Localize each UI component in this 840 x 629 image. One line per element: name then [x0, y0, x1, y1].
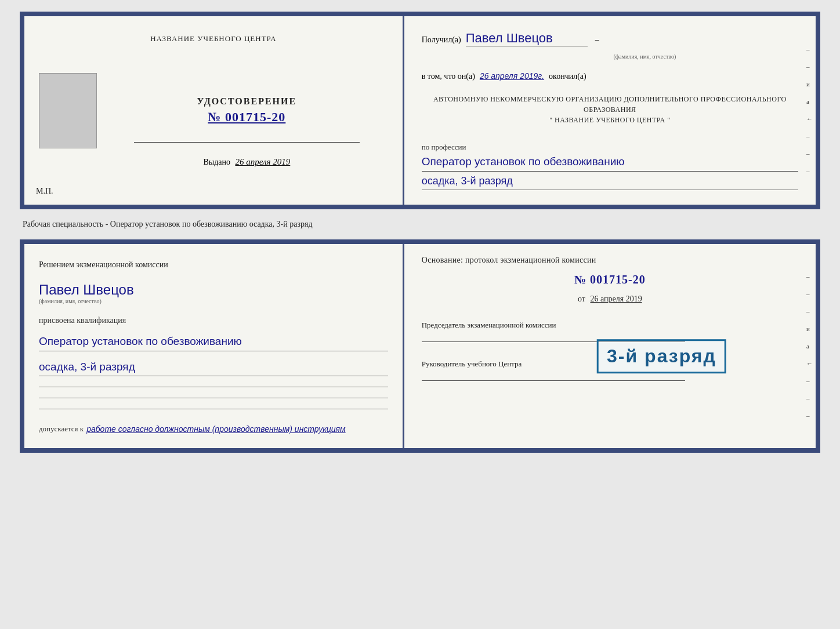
separator-text: Рабочая специальность - Оператор установ… [20, 220, 820, 229]
cert-label: УДОСТОВЕРЕНИЕ [197, 96, 297, 107]
fio-sublabel: (фамилия, имя, отчество) [491, 53, 798, 60]
profession-label: по профессии [422, 143, 798, 152]
bottom-doc-right: Основание: протокол экзменационной комис… [404, 244, 816, 449]
bottom-doc-left: Решением экзменационной комиссии Павел Ш… [24, 244, 404, 449]
right-edge-decoration: – – и а ← – – – [806, 46, 813, 174]
received-line: Получил(а) Павел Швецов – [422, 31, 798, 46]
protocol-date: от 26 апреля 2019 [422, 294, 798, 304]
basis-label: Основание: протокол экзменационной комис… [422, 256, 798, 265]
stamp-text: 3-й разряд [607, 346, 716, 366]
top-doc-left: НАЗВАНИЕ УЧЕБНОГО ЦЕНТРА УДОСТОВЕРЕНИЕ №… [24, 16, 404, 205]
bottom-name-section: Павел Швецов (фамилия, имя, отчество) [39, 282, 388, 304]
bottom-fio-sublabel: (фамилия, имя, отчество) [39, 298, 388, 304]
in-that-line: в том, что он(а) 26 апреля 2019г. окончи… [422, 71, 798, 81]
issued-line: Выдано 26 апреля 2019 [203, 157, 290, 167]
bottom-qualification: Оператор установок по обезвоживанию [39, 334, 388, 351]
bottom-right-edge: – – – и а ← – – – [806, 273, 813, 419]
completion-date: 26 апреля 2019г. [480, 71, 544, 81]
admitted-value: работе согласно должностным (производств… [86, 424, 346, 434]
profession-value: Оператор установок по обезвоживанию [422, 154, 798, 172]
profession-section: по профессии Оператор установок по обезв… [422, 138, 798, 190]
rank-stamp: 3-й разряд [597, 339, 726, 373]
protocol-date-value: 26 апреля 2019 [590, 294, 642, 303]
top-doc-right: Получил(а) Павел Швецов – (фамилия, имя,… [404, 16, 816, 205]
mp-label: М.П. [36, 187, 53, 196]
profession-rank: осадка, 3-й разряд [422, 174, 798, 190]
bottom-document: Решением экзменационной комиссии Павел Ш… [20, 239, 820, 453]
protocol-number: № 001715-20 [422, 273, 798, 286]
org-block: АВТОНОМНУЮ НЕКОММЕРЧЕСКУЮ ОРГАНИЗАЦИЮ ДО… [422, 94, 798, 125]
recipient-name: Павел Швецов [466, 31, 588, 46]
photo-placeholder [39, 73, 97, 148]
decision-label: Решением экзменационной комиссии [39, 259, 388, 271]
top-document: НАЗВАНИЕ УЧЕБНОГО ЦЕНТРА УДОСТОВЕРЕНИЕ №… [20, 12, 820, 209]
bottom-name: Павел Швецов [39, 282, 388, 298]
bottom-rank: осадка, 3-й разряд [39, 359, 388, 377]
cert-number: № 001715-20 [208, 110, 285, 125]
issued-date: 26 апреля 2019 [235, 157, 290, 166]
admitted-line: допускается к работе согласно должностны… [39, 424, 388, 434]
top-left-title: НАЗВАНИЕ УЧЕБНОГО ЦЕНТРА [150, 34, 276, 44]
assigned-label: присвоена квалификация [39, 316, 388, 325]
